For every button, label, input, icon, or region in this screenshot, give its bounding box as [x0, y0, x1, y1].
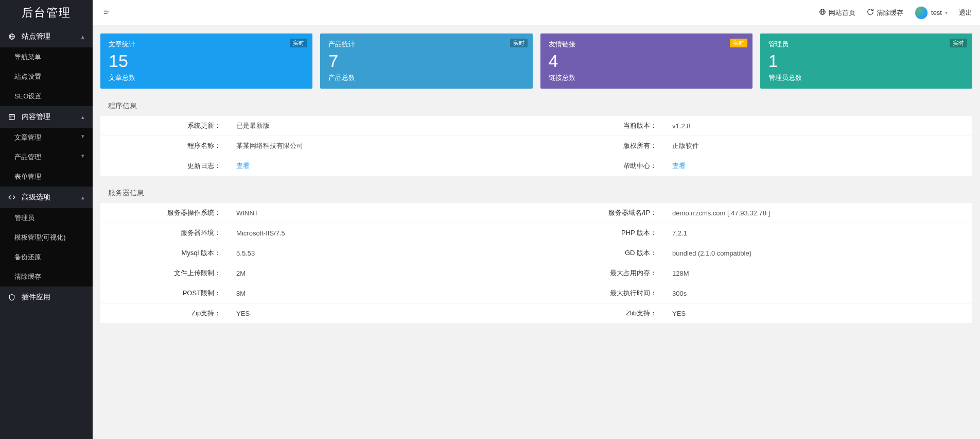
sidebar-item[interactable]: 产品管理	[0, 147, 93, 167]
header: 网站首页 清除缓存 test ▾ 退出	[93, 0, 980, 26]
info-value: 已是最新版	[229, 116, 536, 136]
info-value: WINNT	[229, 203, 536, 223]
program-info-table: 系统更新：已是最新版当前版本：v1.2.8程序名称：某某网络科技有限公司版权所有…	[100, 116, 972, 176]
info-value: YES	[229, 303, 536, 324]
badge-realtime: 实时	[510, 39, 528, 47]
info-value: 128M	[664, 263, 972, 283]
stat-value: 15	[109, 51, 304, 71]
info-value: 300s	[664, 283, 972, 303]
info-value: 7.2.1	[664, 223, 972, 243]
user-menu[interactable]: test ▾	[915, 6, 948, 20]
stat-card[interactable]: 实时管理员1管理员总数	[760, 33, 972, 89]
stat-title: 产品统计	[328, 40, 524, 49]
info-label: 最大占用内存：	[536, 263, 664, 283]
clear-cache-link[interactable]: 清除缓存	[867, 8, 903, 18]
section-label: 高级选项	[22, 193, 81, 202]
sidebar-item[interactable]: 站点设置	[0, 67, 93, 87]
logout-link[interactable]: 退出	[959, 8, 972, 18]
info-value: YES	[664, 303, 972, 324]
chevron-down-icon: ▾	[945, 10, 948, 15]
server-info-panel: 服务器信息 服务器操作系统：WINNT服务器域名/IP：demo.rrzcms.…	[100, 183, 972, 323]
info-label: 最大执行时间：	[536, 283, 664, 303]
stat-value: 1	[768, 51, 964, 71]
section-label: 站点管理	[22, 32, 81, 41]
section-icon	[8, 294, 16, 301]
info-label: 服务器域名/IP：	[536, 203, 664, 223]
sidebar-section[interactable]: 高级选项▴	[0, 187, 93, 208]
avatar	[915, 6, 928, 20]
table-row: 更新日志：查看帮助中心：查看	[100, 156, 972, 176]
section-label: 内容管理	[22, 112, 81, 122]
stat-value: 7	[328, 51, 524, 71]
home-link-label: 网站首页	[829, 8, 855, 18]
stat-title: 管理员	[768, 40, 964, 49]
info-value: Microsoft-IIS/7.5	[229, 223, 536, 243]
link-view[interactable]: 查看	[672, 162, 686, 170]
sidebar-menu: 站点管理▴导航菜单站点设置SEO设置内容管理▴文章管理产品管理表单管理高级选项▴…	[0, 26, 93, 308]
sidebar-section[interactable]: 插件应用	[0, 286, 93, 308]
sidebar-item[interactable]: 备份还原	[0, 247, 93, 267]
info-value: 某某网络科技有限公司	[229, 136, 536, 156]
info-label: PHP 版本：	[536, 223, 664, 243]
chevron-up-icon: ▴	[81, 114, 84, 121]
info-label: 帮助中心：	[536, 156, 664, 176]
info-label: POST限制：	[100, 283, 229, 303]
stat-card[interactable]: 实时友情链接4链接总数	[540, 33, 752, 89]
badge-realtime: 实时	[950, 39, 967, 47]
content: 实时文章统计15文章总数实时产品统计7产品总数实时友情链接4链接总数实时管理员1…	[93, 26, 980, 339]
section-icon	[8, 194, 16, 201]
table-row: 系统更新：已是最新版当前版本：v1.2.8	[100, 116, 972, 136]
info-label: 版权所有：	[536, 136, 664, 156]
info-label: 文件上传限制：	[100, 263, 229, 283]
info-value: 8M	[229, 283, 536, 303]
stat-card[interactable]: 实时产品统计7产品总数	[320, 33, 532, 89]
sidebar-item[interactable]: 清除缓存	[0, 267, 93, 286]
info-label: 服务器操作系统：	[100, 203, 229, 223]
menu-toggle-icon[interactable]	[100, 6, 113, 20]
section-label: 插件应用	[22, 293, 84, 302]
info-label: 程序名称：	[100, 136, 229, 156]
stat-sub: 产品总数	[328, 73, 524, 82]
info-value: bundled (2.1.0 compatible)	[664, 243, 972, 263]
home-link[interactable]: 网站首页	[819, 8, 855, 18]
sidebar-item[interactable]: 导航菜单	[0, 47, 93, 67]
info-value: 查看	[229, 156, 536, 176]
info-value: 2M	[229, 263, 536, 283]
stats-row: 实时文章统计15文章总数实时产品统计7产品总数实时友情链接4链接总数实时管理员1…	[100, 33, 972, 89]
sidebar-item[interactable]: 模板管理(可视化)	[0, 228, 93, 247]
link-view[interactable]: 查看	[236, 162, 250, 170]
stat-card[interactable]: 实时文章统计15文章总数	[100, 33, 312, 89]
table-row: 服务器环境：Microsoft-IIS/7.5PHP 版本：7.2.1	[100, 223, 972, 243]
table-row: Zip支持：YESZlib支持：YES	[100, 303, 972, 324]
info-label: 服务器环境：	[100, 223, 229, 243]
table-row: Mysql 版本：5.5.53GD 版本：bundled (2.1.0 comp…	[100, 243, 972, 263]
refresh-icon	[867, 8, 874, 17]
section-icon	[8, 113, 16, 121]
info-value: v1.2.8	[664, 116, 972, 136]
sidebar-item[interactable]: SEO设置	[0, 87, 93, 106]
table-row: 服务器操作系统：WINNT服务器域名/IP：demo.rrzcms.com [ …	[100, 203, 972, 223]
table-row: 程序名称：某某网络科技有限公司版权所有：正版软件	[100, 136, 972, 156]
info-label: 当前版本：	[536, 116, 664, 136]
info-value: demo.rrzcms.com [ 47.93.32.78 ]	[664, 203, 972, 223]
sidebar: 后台管理 站点管理▴导航菜单站点设置SEO设置内容管理▴文章管理产品管理表单管理…	[0, 0, 93, 439]
sidebar-item[interactable]: 文章管理	[0, 128, 93, 147]
info-value: 正版软件	[664, 136, 972, 156]
info-label: GD 版本：	[536, 243, 664, 263]
sidebar-section[interactable]: 站点管理▴	[0, 26, 93, 47]
table-row: 文件上传限制：2M最大占用内存：128M	[100, 263, 972, 283]
app-logo: 后台管理	[0, 0, 93, 26]
globe-icon	[819, 8, 826, 17]
table-row: POST限制：8M最大执行时间：300s	[100, 283, 972, 303]
clear-cache-label: 清除缓存	[877, 8, 903, 18]
info-label: Zlib支持：	[536, 303, 664, 324]
chevron-up-icon: ▴	[81, 33, 84, 40]
sidebar-item[interactable]: 表单管理	[0, 167, 93, 187]
sidebar-section[interactable]: 内容管理▴	[0, 106, 93, 128]
logout-label: 退出	[959, 8, 972, 18]
svg-rect-3	[9, 114, 15, 119]
badge-realtime: 实时	[730, 39, 747, 47]
stat-sub: 管理员总数	[768, 73, 964, 82]
sidebar-item[interactable]: 管理员	[0, 208, 93, 228]
badge-realtime: 实时	[290, 39, 307, 47]
